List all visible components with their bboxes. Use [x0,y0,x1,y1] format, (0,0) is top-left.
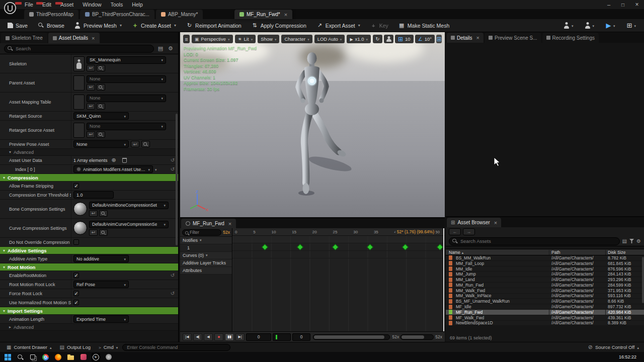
browse-to-asset-icon[interactable] [97,65,105,71]
preview-viewport[interactable]: Perspective Lit Show Character LOD Auto … [180,32,445,217]
use-selected-icon[interactable] [87,84,95,90]
asset-row[interactable]: MM_Land /All/Game/Characters/ 293.296 Ki… [446,277,644,283]
view-options-icon[interactable]: ▤ [157,45,164,52]
section-advanced[interactable]: Advanced [0,324,178,331]
show-dropdown[interactable]: Show [258,35,279,43]
index-0-dropdown[interactable]: Animation Modifiers Asset User Da [73,165,153,173]
minimize-button[interactable] [602,0,616,9]
element-options-icon[interactable] [155,166,157,172]
close-tab-icon[interactable] [90,35,95,41]
use-selected-icon[interactable] [89,210,98,217]
use-selected-icon[interactable] [87,131,95,138]
chrome[interactable] [41,353,50,361]
menu-item[interactable]: Window [78,2,106,8]
asset-row[interactable]: MF_Run_Fwd /All/Game/Characters/ 420.984… [446,310,644,315]
browse-to-asset-icon[interactable] [97,84,105,90]
asset-browser-tab[interactable]: Asset Browser [447,218,501,227]
section-advanced[interactable]: Advanced [0,149,178,156]
maximize-button[interactable] [616,0,630,9]
asset-row[interactable]: MM_Jump /All/Game/Characters/ 284.143 Ki… [446,272,644,277]
timeline-ruler[interactable]: 05101520253035404550 52* (1.76) (99.64%) [232,228,445,236]
parent-asset-dropdown[interactable]: None [87,75,166,83]
lod-dropdown[interactable]: LOD Auto [314,35,345,43]
preview-profile-icon[interactable] [560,20,577,31]
start[interactable] [4,353,12,361]
curve-compression-dropdown[interactable]: DefaultAnimCurveCompressionSe [89,221,169,228]
step-backward-button[interactable]: ◀| [193,333,202,341]
menu-item[interactable]: File [20,2,38,8]
asset-row[interactable]: BS_MF_Unarmed_WalkRun /All/Game/Characte… [446,299,644,304]
asset-search-input[interactable] [449,237,620,245]
tab-skeleton-tree[interactable]: Skeleton Tree [1,33,47,43]
menu-item[interactable]: Help [127,2,147,8]
notify-marker[interactable] [297,244,303,250]
playback-speed-dropdown[interactable]: x1.0 [347,35,371,43]
enable-root-motion-checkbox[interactable] [73,273,79,278]
step-forward-button[interactable]: ▶| [235,333,245,341]
console-input[interactable] [122,344,230,351]
section-compression[interactable]: Compression [0,174,178,182]
browse-to-asset-icon[interactable] [99,229,108,236]
asset-table-header[interactable]: Name Path Disk Size [446,249,644,255]
app-pink[interactable] [79,353,88,361]
timeline-track-row[interactable]: Notifies [180,237,232,244]
play-reverse-button[interactable]: ◀ [204,333,213,341]
root-motion-root-lock-dropdown[interactable]: Ref Pose [73,281,129,288]
grid-snap-toggle[interactable]: 10 [395,35,414,43]
asset-tab[interactable]: BP_ThirdPersonCharac... [80,10,154,19]
task-view[interactable] [29,353,37,361]
notify-marker[interactable] [367,244,373,250]
add-element-icon[interactable] [110,157,118,163]
asset-tab[interactable]: ThirdPersonMap [24,10,78,19]
asset-row[interactable]: MM_Fall_Loop /All/Game/Characters/ 681.8… [446,261,644,266]
search[interactable] [16,353,25,361]
asset-tab[interactable]: ABP_Manny* [156,10,203,19]
toolbar-button[interactable]: Key [366,20,393,31]
menu-item[interactable]: Tools [106,2,128,8]
range-start-field[interactable]: 0 [246,333,271,341]
details-search-input[interactable] [4,45,154,53]
retarget-source-asset-dropdown[interactable]: None [87,123,166,130]
asset-row[interactable]: MM_Idle /All/Game/Characters/ 876.596 Ki… [446,266,644,272]
panel-tab[interactable]: Details [447,33,484,43]
settings-gear-icon[interactable] [636,238,641,244]
lit-dropdown[interactable]: Lit [235,35,256,43]
editor-layout-icon[interactable] [623,20,639,31]
turntable-icon[interactable] [373,35,382,43]
rotation-snap-toggle[interactable]: 10° [415,35,435,43]
notify-track-lane[interactable] [232,243,445,251]
zoom-slider[interactable] [400,334,434,340]
toolbar-button[interactable]: Reimport Animation [182,20,246,31]
notify-marker[interactable] [402,244,409,250]
skeleton-thumbnail[interactable] [73,56,85,71]
current-frame-field[interactable]: 0 [292,333,310,341]
character-menu-icon[interactable] [581,20,597,31]
asset-tab-active[interactable]: MF_Run_Fwd* [234,10,292,19]
app-gray[interactable] [104,353,113,361]
asset-row[interactable]: BS_MM_WalkRun /All/Game/Characters/ 8.78… [446,255,644,261]
output-log-button[interactable]: Output Log [56,342,94,352]
panel-tab[interactable]: Preview Scene S... [485,33,541,43]
vertical-scrollbar[interactable] [642,257,644,303]
additive-anim-type-dropdown[interactable]: No additive [73,255,129,262]
use-selected-icon[interactable] [87,103,95,110]
bone-compression-thumbnail[interactable] [73,202,87,216]
compression-error-input[interactable]: 1.0 [73,191,114,199]
viewport-menu-icon[interactable] [183,35,190,43]
toolbar-button[interactable]: Export Asset [312,20,365,31]
pause-button[interactable]: ▮▮ [225,333,234,341]
reset-to-default-icon[interactable] [169,291,176,296]
settings-gear-icon[interactable]: ⚙ [167,45,174,52]
close-button[interactable] [630,0,644,9]
toolbar-button[interactable]: Apply Compression [247,20,311,31]
curves-lane[interactable] [232,251,445,258]
parent-asset-thumbnail[interactable] [73,75,85,90]
browse-to-asset-icon[interactable] [97,103,105,110]
notify-marker[interactable] [437,244,443,250]
firefox[interactable] [54,353,62,361]
close-tab-icon[interactable] [493,220,497,226]
perspective-dropdown[interactable]: Perspective [192,35,233,43]
go-to-front-button[interactable]: |◀ [183,333,192,341]
asset-mapping-thumbnail[interactable] [73,95,85,110]
toolbar-button[interactable]: Preview Mesh [70,20,126,31]
